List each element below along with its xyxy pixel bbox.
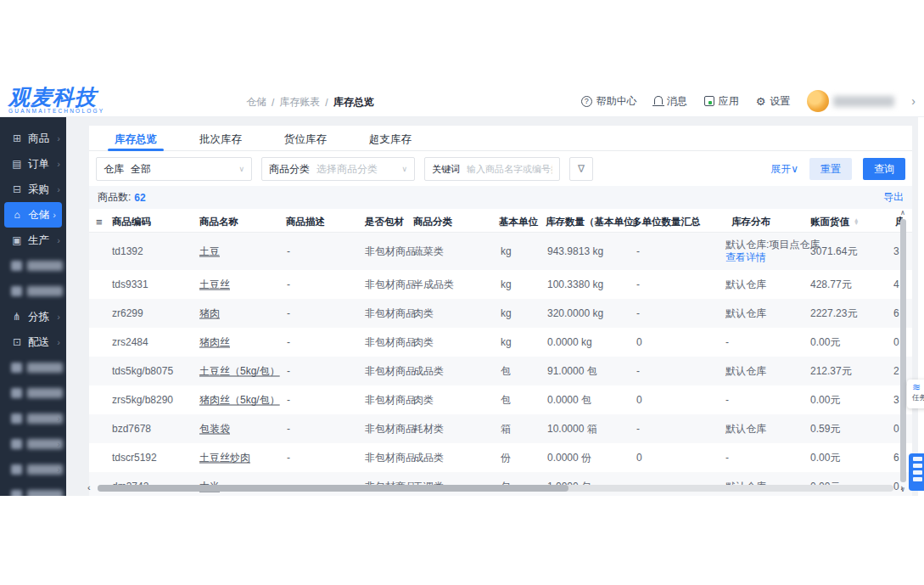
help-label: 帮助中心	[596, 94, 637, 109]
col-header-desc: 商品描述	[286, 215, 325, 228]
sidebar-item[interactable]: ⌂ 仓储 ›	[4, 202, 62, 228]
cell-base-unit: kg	[501, 245, 512, 257]
horizontal-scrollbar[interactable]: ‹ ›	[87, 483, 904, 493]
table-row[interactable]: tdscr5192 土豆丝炒肉 - 非包材商品 成品类 份 0.0000 份 0…	[89, 443, 912, 472]
product-count-value: 62	[134, 192, 145, 204]
sidebar-item[interactable]: ›	[0, 482, 66, 496]
sidebar-item-icon: ⊡	[11, 336, 23, 348]
sidebar-item[interactable]: ›	[0, 380, 66, 406]
user-profile[interactable]	[807, 90, 894, 112]
breadcrumb-item[interactable]: 库存账表	[279, 95, 320, 110]
column-settings-icon[interactable]: ≡	[96, 215, 103, 228]
sidebar-item[interactable]: ›	[0, 278, 66, 304]
table-row[interactable]: tds5kg/b8075 土豆丝（5kg/包） - 非包材商品 成品类 包 91…	[89, 357, 912, 385]
cell-stock-qty: 0.0000 包	[547, 393, 591, 408]
tab[interactable]: 货位库存	[284, 126, 327, 150]
vertical-scrollbar-thumb[interactable]	[900, 219, 906, 482]
table-row[interactable]: zrs2484 猪肉丝 - 非包材商品 肉类 kg 0.0000 kg 0 - …	[89, 328, 912, 357]
cell-base-unit: kg	[501, 307, 512, 319]
cell-category: 肉类	[413, 335, 434, 350]
cell-category: 半成品类	[413, 278, 454, 292]
vertical-scrollbar[interactable]: ∧ ∨	[899, 210, 909, 493]
col-header-book-value-label: 账面货值	[810, 215, 849, 228]
cell-stock-distribution: 默认仓库	[725, 365, 766, 378]
expand-filters-link[interactable]: 展开∨	[770, 162, 798, 177]
col-header-qty-label: 库存数量（基本单位）	[546, 215, 643, 228]
cell-stock-qty: 943.9813 kg	[547, 245, 603, 257]
brand-logo[interactable]: 观麦科技 GUANMAITECHNOLOGY	[8, 86, 197, 114]
distribution-text: -	[725, 452, 729, 464]
reset-button[interactable]: 重置	[809, 158, 852, 180]
cell-product-desc: -	[287, 336, 290, 348]
sidebar-item[interactable]: ›	[0, 253, 66, 278]
table-row[interactable]: zr6299 猪肉 - 非包材商品 肉类 kg 320.0000 kg - 默认…	[89, 299, 912, 328]
cell-product-desc: -	[287, 452, 290, 464]
cell-product-name-link[interactable]: 土豆	[199, 245, 220, 259]
chevron-right-icon: ›	[57, 159, 60, 169]
cell-stock-distribution: 默认仓库	[725, 307, 766, 320]
stats-bar: 商品数: 62 导出	[89, 186, 912, 209]
cell-base-unit: 包	[501, 364, 511, 379]
sidebar-item-redacted-label	[27, 261, 63, 271]
cell-product-name-link[interactable]: 猪肉丝（5kg/包）	[199, 393, 280, 408]
cell-product-name-link[interactable]: 包装袋	[199, 422, 230, 436]
header-actions: ? 帮助中心 消息 应用 ⚙ 设置 ›	[581, 85, 916, 117]
sidebar-item-icon	[11, 464, 22, 475]
sidebar-item[interactable]: ›	[0, 355, 66, 380]
help-center-button[interactable]: ? 帮助中心	[581, 94, 637, 109]
tab-label: 库存总览	[115, 133, 157, 145]
scroll-right-icon[interactable]: ›	[900, 483, 904, 492]
table-row[interactable]: bzd7678 包装袋 - 非包材商品 耗材类 箱 10.0000 箱 - 默认…	[89, 414, 912, 443]
keyword-input[interactable]: 关键词 输入商品名字或编号搜索	[424, 157, 560, 181]
cell-product-desc: -	[287, 365, 290, 377]
sidebar-item[interactable]: ⊞ 商品 ›	[0, 126, 66, 151]
view-details-link[interactable]: 查看详情	[725, 251, 820, 264]
sidebar-item[interactable]: ⊡ 配送 ›	[0, 329, 66, 355]
sidebar-item[interactable]: ›	[0, 431, 66, 457]
sidebar-item[interactable]: ▣ 生产 ›	[0, 228, 66, 253]
cell-product-name-link[interactable]: 猪肉丝	[199, 335, 230, 350]
sidebar-item-label: 分拣	[28, 310, 49, 324]
breadcrumb-item[interactable]: 仓储	[246, 95, 266, 110]
horizontal-scrollbar-thumb[interactable]	[98, 485, 568, 492]
tab[interactable]: 超支库存	[369, 126, 412, 150]
cell-product-name-link[interactable]: 土豆丝（5kg/包）	[199, 364, 280, 379]
messages-button[interactable]: 消息	[654, 94, 687, 109]
apps-button[interactable]: 应用	[704, 94, 739, 109]
table-row[interactable]: tds9331 土豆丝 - 非包材商品 半成品类 kg 100.3380 kg …	[89, 270, 912, 299]
app-canvas: 观麦科技 GUANMAITECHNOLOGY 仓储 / 库存账表 / 库存总览 …	[0, 0, 924, 585]
sidebar-item[interactable]: ▤ 订单 ›	[0, 151, 66, 177]
settings-button[interactable]: ⚙ 设置	[756, 94, 791, 109]
category-select[interactable]: 商品分类 选择商品分类 ∨	[261, 157, 415, 181]
cell-stock-distribution: 默认仓库	[725, 423, 766, 436]
breadcrumb-separator: /	[272, 97, 274, 109]
help-icon: ?	[581, 96, 592, 107]
warehouse-select[interactable]: 仓库 全部 ∨	[96, 157, 252, 181]
export-link[interactable]: 导出	[883, 190, 904, 205]
chevron-right-icon[interactable]: ›	[911, 94, 916, 108]
sidebar-item[interactable]: ›	[0, 406, 66, 431]
breadcrumb-current: 库存总览	[333, 95, 374, 110]
sidebar-item[interactable]: ›	[0, 457, 66, 482]
tab[interactable]: 批次库存	[199, 126, 242, 150]
advanced-filter-button[interactable]: ∇	[569, 157, 593, 181]
cell-stock-distribution: -	[725, 394, 729, 407]
search-button[interactable]: 查询	[863, 158, 905, 180]
table-row[interactable]: td1392 土豆 - 非包材商品 蔬菜类 kg 943.9813 kg - 默…	[89, 233, 912, 270]
scroll-left-icon[interactable]: ‹	[87, 483, 91, 492]
task-floating-widget[interactable]: ≋ 任务	[907, 380, 924, 408]
funnel-icon: ∇	[578, 163, 585, 175]
scroll-up-icon[interactable]: ∧	[900, 210, 905, 217]
tab[interactable]: 库存总览	[115, 126, 157, 150]
sidebar-item-icon: ⌂	[11, 209, 23, 221]
table-row[interactable]: zrs5kg/b8290 猪肉丝（5kg/包） - 非包材商品 肉类 包 0.0…	[89, 385, 912, 414]
sidebar-item[interactable]: ⊟ 采购 ›	[0, 177, 66, 202]
sort-icon[interactable]: ▲▼	[854, 217, 859, 225]
cell-product-name-link[interactable]: 土豆丝	[199, 278, 230, 292]
cell-category: 成品类	[413, 364, 444, 379]
sidebar-item[interactable]: ⋔ 分拣 ›	[0, 304, 66, 329]
cell-product-name-link[interactable]: 猪肉	[199, 307, 220, 321]
cell-stock-distribution: -	[725, 452, 729, 464]
support-floating-tab[interactable]	[909, 453, 924, 491]
cell-product-name-link[interactable]: 土豆丝炒肉	[199, 451, 250, 465]
